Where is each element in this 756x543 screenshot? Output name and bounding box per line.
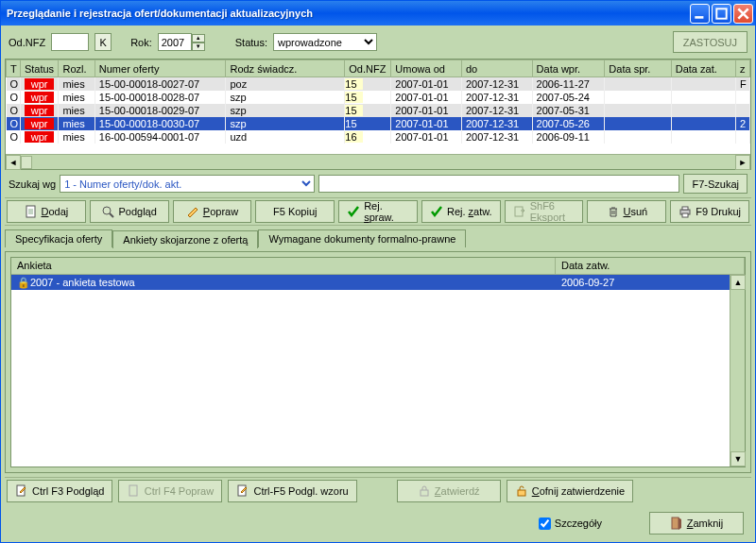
detail-vscroll[interactable]: ▲ ▼ xyxy=(730,275,745,467)
trash-icon xyxy=(607,205,620,218)
add-button[interactable]: DDodajodaj xyxy=(7,200,86,223)
odnfz-input[interactable] xyxy=(51,33,89,51)
door-icon xyxy=(670,517,683,530)
svg-rect-9 xyxy=(129,485,137,496)
svg-rect-11 xyxy=(421,490,428,496)
check-icon xyxy=(347,205,360,218)
rok-input[interactable] xyxy=(158,33,192,51)
grid-column-header[interactable]: Rozl. xyxy=(59,60,94,77)
apply-button[interactable]: ZASTOSUJ xyxy=(673,31,747,53)
search-input[interactable] xyxy=(318,175,679,193)
col-data-zatw: Data zatw. xyxy=(556,258,745,274)
rej-spraw-button[interactable]: Rej. spraw. xyxy=(338,200,418,223)
tab-documents[interactable]: Wymagane dokumenty formalno-prawne xyxy=(258,229,466,247)
table-row[interactable]: Owprmies15-00-00018-0028-07szp152007-01-… xyxy=(7,91,750,104)
copy-button[interactable]: F5 Kopiuj xyxy=(255,200,335,223)
print-button[interactable]: F9 Drukuj xyxy=(670,200,749,223)
app-window: Przeglądanie i rejestracja ofert/dokumen… xyxy=(0,0,756,543)
grid-column-header[interactable]: do xyxy=(461,60,532,77)
rok-spin-down[interactable]: ▼ xyxy=(192,42,205,51)
scroll-left-icon[interactable]: ◄ xyxy=(6,155,21,170)
magnify-icon xyxy=(101,205,114,218)
svg-point-3 xyxy=(103,207,111,214)
detail-view-button[interactable]: Ctrl F3 Podgląd xyxy=(7,480,112,502)
lock-icon: 🔒 xyxy=(17,277,30,289)
export-button[interactable]: ShF6 Eksport xyxy=(505,200,584,223)
col-ankieta: Ankieta xyxy=(11,258,556,274)
table-row[interactable]: Owprmies16-00-00594-0001-07uzd162007-01-… xyxy=(7,130,750,144)
survey-row[interactable]: 🔒2007 - ankieta testowa 2006-09-27 xyxy=(11,275,745,290)
pencil-doc-icon xyxy=(15,484,28,498)
grid-column-header[interactable]: Data zat. xyxy=(671,60,735,77)
status-select[interactable]: wprowadzone xyxy=(273,33,377,51)
svg-rect-6 xyxy=(682,207,688,210)
grid-column-header[interactable]: Numer oferty xyxy=(94,60,226,77)
grid-hscroll[interactable]: ◄ ► xyxy=(6,154,750,169)
svg-rect-13 xyxy=(672,518,679,529)
detail-actions: Ctrl F3 Podgląd Ctrl F4 Popraw Ctrl-F5 P… xyxy=(5,477,751,504)
details-checkbox[interactable]: Szczegóły xyxy=(539,518,602,530)
odnfz-label: Od.NFZ xyxy=(9,37,45,48)
grid-column-header[interactable]: Rodz świadcz. xyxy=(226,60,345,77)
pencil-doc-icon xyxy=(236,484,249,498)
svg-rect-4 xyxy=(515,207,523,216)
tab-specification[interactable]: Specyfikacja oferty xyxy=(5,229,112,247)
unlock-icon xyxy=(515,484,528,498)
new-doc-icon xyxy=(25,205,38,218)
search-mode-select[interactable]: 1 - Numer oferty/dok. akt. xyxy=(60,175,315,193)
grid-column-header[interactable]: Od.NFZ xyxy=(345,60,391,77)
search-label: Szukaj wg xyxy=(9,178,56,190)
svg-rect-7 xyxy=(682,213,688,217)
svg-rect-0 xyxy=(695,16,703,19)
rok-spin-up[interactable]: ▲ xyxy=(192,34,205,42)
odnfz-lookup-button[interactable]: K xyxy=(94,33,112,51)
pencil-icon xyxy=(186,205,199,218)
status-label: Status: xyxy=(235,37,267,48)
detail-edit-button[interactable]: Ctrl F4 Popraw xyxy=(118,480,222,502)
scroll-thumb[interactable] xyxy=(21,156,32,169)
scroll-up-icon[interactable]: ▲ xyxy=(730,275,746,290)
grid-column-header[interactable]: Data spr. xyxy=(605,60,671,77)
lock-icon xyxy=(418,484,431,498)
table-row[interactable]: Owprmies15-00-00018-0029-07szp152007-01-… xyxy=(7,104,750,117)
survey-grid: Ankieta Data zatw. 🔒2007 - ankieta testo… xyxy=(10,257,746,467)
view-button[interactable]: Podgląd xyxy=(90,200,169,223)
pencil-doc-icon xyxy=(128,484,141,498)
printer-icon xyxy=(679,205,692,218)
table-row[interactable]: Owprmies15-00-00018-0030-07szp152007-01-… xyxy=(7,117,750,130)
close-bottom-button[interactable]: Zamknij xyxy=(649,512,744,535)
filter-bar: Od.NFZ K Rok: ▲ ▼ Status: wprowadzone ZA… xyxy=(5,29,751,55)
bottom-bar: Szczegóły Zamknij xyxy=(5,508,751,538)
grid-column-header[interactable]: z xyxy=(735,60,749,77)
maximize-button[interactable] xyxy=(712,4,731,24)
scroll-right-icon[interactable]: ► xyxy=(735,155,750,170)
unapprove-button[interactable]: Cofnij zatwierdzenie xyxy=(507,480,633,502)
tabs: Specyfikacja oferty Ankiety skojarzone z… xyxy=(5,229,751,247)
scroll-down-icon[interactable]: ▼ xyxy=(730,451,746,467)
svg-rect-1 xyxy=(716,8,726,18)
delete-button[interactable]: Usuń xyxy=(587,200,666,223)
detail-panel: Ankieta Data zatw. 🔒2007 - ankieta testo… xyxy=(5,251,751,473)
offers-grid: TStatusRozl.Numer ofertyRodz świadcz.Od.… xyxy=(5,59,751,170)
table-row[interactable]: Owprmies15-00-00018-0027-07poz152007-01-… xyxy=(7,77,750,91)
approve-button[interactable]: Zatwierdź xyxy=(397,480,501,502)
rej-zatw-button[interactable]: Rej. zatw. xyxy=(421,200,501,223)
grid-column-header[interactable]: Umowa od xyxy=(391,60,462,77)
svg-rect-12 xyxy=(518,490,525,496)
titlebar: Przeglądanie i rejestracja ofert/dokumen… xyxy=(1,1,755,25)
detail-template-button[interactable]: Ctrl-F5 Podgl. wzoru xyxy=(228,480,356,502)
edit-button[interactable]: Popraw xyxy=(173,200,252,223)
search-button[interactable]: F7-Szukaj xyxy=(683,174,747,194)
check-icon xyxy=(430,205,443,218)
close-button[interactable] xyxy=(733,4,753,24)
tab-surveys[interactable]: Ankiety skojarzone z ofertą xyxy=(112,230,258,248)
minimize-button[interactable] xyxy=(690,4,710,24)
rok-label: Rok: xyxy=(130,37,152,48)
grid-column-header[interactable]: Data wpr. xyxy=(532,60,605,77)
window-title: Przeglądanie i rejestracja ofert/dokumen… xyxy=(7,8,690,19)
export-icon xyxy=(513,205,526,218)
search-bar: Szukaj wg 1 - Numer oferty/dok. akt. F7-… xyxy=(5,174,751,194)
action-bar: DDodajodaj Podgląd Popraw F5 Kopiuj Rej.… xyxy=(5,197,751,226)
grid-column-header[interactable]: Status xyxy=(20,60,59,77)
grid-column-header[interactable]: T xyxy=(7,60,21,77)
